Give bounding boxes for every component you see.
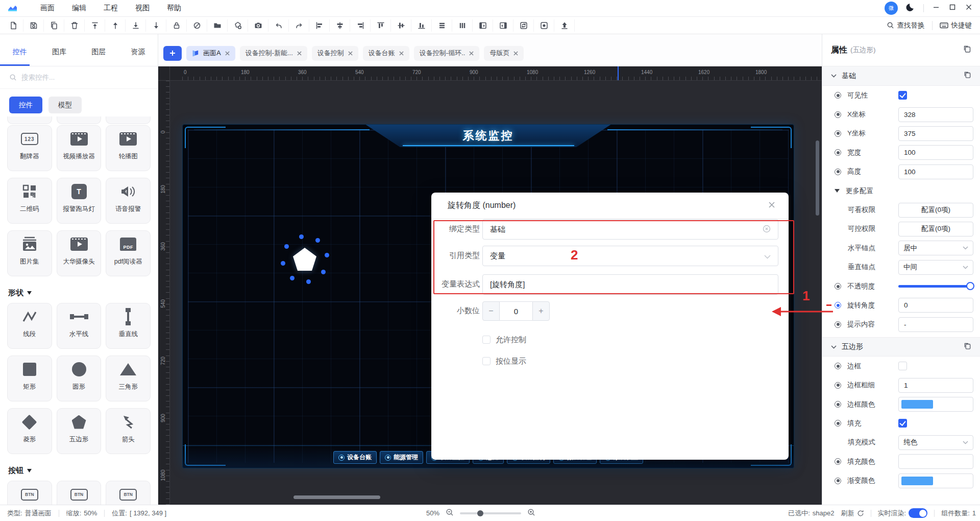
publish-icon[interactable] — [554, 19, 575, 32]
widget-card-line-segment[interactable]: 线段 — [7, 303, 52, 349]
close-tab-icon[interactable] — [399, 50, 404, 57]
widget-card-horizontal-line[interactable]: 水平线 — [57, 303, 102, 349]
collapse-left-panel-icon[interactable] — [473, 19, 493, 32]
widget-card-flipper[interactable]: 123翻牌器 — [7, 125, 52, 171]
distribute-vertical-icon[interactable] — [452, 19, 473, 32]
copy-icon[interactable] — [44, 19, 64, 32]
selection-handle[interactable] — [306, 279, 311, 284]
section-shapes[interactable]: 形状 — [7, 283, 151, 303]
add-tab-button[interactable] — [163, 46, 182, 61]
bitwise-display-checkbox[interactable] — [482, 357, 491, 365]
send-backward-icon[interactable] — [146, 19, 166, 32]
selection-handle[interactable] — [281, 261, 285, 266]
bind-dot-icon[interactable] — [835, 111, 841, 118]
selected-pentagon-shape[interactable] — [277, 231, 333, 288]
widget-card-alarm-marquee[interactable]: T报警跑马灯 — [57, 178, 102, 224]
tab-layers[interactable]: 图层 — [79, 43, 118, 57]
nav-button-device-ledger[interactable]: 设备台账 — [333, 451, 377, 464]
delete-icon[interactable] — [64, 19, 85, 32]
widget-card-image-gallery[interactable]: 图片集 — [7, 230, 52, 276]
border-color-picker[interactable] — [898, 397, 973, 412]
shortcuts-button[interactable]: 快捷键 — [940, 21, 972, 30]
rotation-input[interactable]: 0 — [898, 298, 973, 313]
dialog-close-icon[interactable] — [768, 201, 775, 210]
save-icon[interactable] — [23, 19, 44, 32]
widget-card-qrcode[interactable]: 二维码 — [7, 178, 52, 224]
align-center-horizontal-icon[interactable] — [330, 19, 350, 32]
bind-dot-icon[interactable] — [835, 458, 841, 465]
bind-dot-icon[interactable] — [835, 382, 841, 389]
fill-mode-select[interactable]: 纯色 — [898, 435, 973, 450]
border-checkbox[interactable] — [898, 362, 907, 370]
menu-item-edit[interactable]: 编辑 — [72, 4, 86, 13]
redo-icon[interactable] — [289, 19, 309, 32]
bind-dot-icon[interactable] — [835, 363, 841, 369]
stepper-plus-button[interactable]: + — [532, 301, 550, 321]
widget-card-pentagon[interactable]: 五边形 — [57, 408, 102, 454]
realtime-render-toggle[interactable] — [909, 508, 927, 518]
bring-to-front-icon[interactable] — [85, 19, 105, 32]
fill-color-picker[interactable] — [898, 454, 973, 469]
bind-dot-icon[interactable] — [835, 420, 841, 427]
undo-icon[interactable] — [268, 19, 289, 32]
sync-icon[interactable] — [513, 19, 534, 32]
ref-type-select[interactable]: 变量 — [482, 246, 778, 266]
align-right-icon[interactable] — [350, 19, 371, 32]
canvas-tab-device-ledger[interactable]: 设备台账 — [363, 46, 409, 61]
canvas-tab-master-page[interactable]: 母版页 — [484, 46, 524, 61]
gradient-color-picker[interactable] — [898, 473, 973, 488]
widget-card-triangle[interactable]: 三角形 — [106, 356, 151, 401]
v-anchor-select[interactable]: 中间 — [898, 260, 973, 275]
clear-icon[interactable] — [763, 225, 771, 234]
y-input[interactable]: 375 — [898, 126, 973, 141]
fill-checkbox[interactable] — [898, 419, 907, 428]
zoom-out-icon[interactable] — [446, 508, 454, 518]
section-basic-header[interactable]: 基础 — [822, 66, 980, 86]
allow-control-checkbox[interactable] — [482, 336, 491, 344]
align-center-vertical-icon[interactable] — [391, 19, 411, 32]
widget-card-rectangle[interactable]: 矩形 — [7, 356, 52, 401]
widget-card-diamond[interactable]: 菱形 — [7, 408, 52, 454]
align-top-icon[interactable] — [371, 19, 391, 32]
vertical-scrollbar[interactable] — [816, 140, 819, 216]
bind-dot-icon[interactable] — [835, 401, 841, 408]
widget-card-carousel[interactable]: 轮播图 — [106, 125, 151, 171]
align-bottom-icon[interactable] — [411, 19, 432, 32]
bind-dot-icon[interactable] — [835, 478, 841, 484]
close-tab-icon[interactable] — [348, 50, 353, 57]
prop-row-more-config[interactable]: 更多配置 — [822, 181, 980, 200]
var-expression-input[interactable]: [旋转角度] — [482, 274, 778, 295]
bind-dot-icon[interactable] — [835, 283, 841, 290]
widget-card-pdf-reader[interactable]: PDFpdf阅读器 — [106, 230, 151, 276]
refresh-button[interactable]: 刷新 — [841, 509, 864, 518]
add-component-icon[interactable] — [228, 19, 248, 32]
nav-button-energy[interactable]: 能源管理 — [380, 451, 423, 464]
width-input[interactable]: 100 — [898, 145, 973, 160]
widget-card-write-zero-button[interactable]: BTN写0按钮 — [106, 481, 151, 505]
collapse-right-panel-icon[interactable] — [493, 19, 513, 32]
lock-icon[interactable] — [166, 19, 187, 32]
bind-dot-icon[interactable] — [835, 92, 841, 99]
section-pentagon-header[interactable]: 五边形 — [822, 337, 980, 357]
bind-dot-icon[interactable] — [835, 321, 841, 328]
record-icon[interactable] — [534, 19, 554, 32]
close-tab-icon[interactable] — [297, 50, 302, 57]
widget-card-dahua-camera[interactable]: 大华摄像头 — [57, 230, 102, 276]
stepper-minus-button[interactable]: − — [482, 301, 500, 321]
bind-dot-icon-active[interactable] — [835, 302, 841, 309]
theme-moon-icon[interactable] — [906, 3, 915, 14]
bind-dot-icon[interactable] — [835, 149, 841, 156]
menu-item-view[interactable]: 视图 — [135, 4, 150, 13]
widget-card-write-value-button[interactable]: BTN写值按钮 — [7, 481, 52, 505]
copy-style-icon[interactable] — [963, 45, 971, 55]
bind-dot-icon[interactable] — [835, 169, 841, 175]
view-permission-button[interactable]: 配置(0项) — [898, 203, 973, 218]
widget-card-arrow[interactable]: 箭头 — [106, 408, 151, 454]
copy-section-icon[interactable] — [964, 342, 971, 352]
h-anchor-select[interactable]: 居中 — [898, 241, 973, 255]
section-buttons[interactable]: 按钮 — [7, 461, 151, 481]
tab-resources[interactable]: 资源 — [118, 43, 158, 57]
zoom-slider-knob[interactable] — [477, 510, 483, 516]
slider-knob[interactable] — [966, 282, 974, 290]
align-left-icon[interactable] — [309, 19, 330, 32]
